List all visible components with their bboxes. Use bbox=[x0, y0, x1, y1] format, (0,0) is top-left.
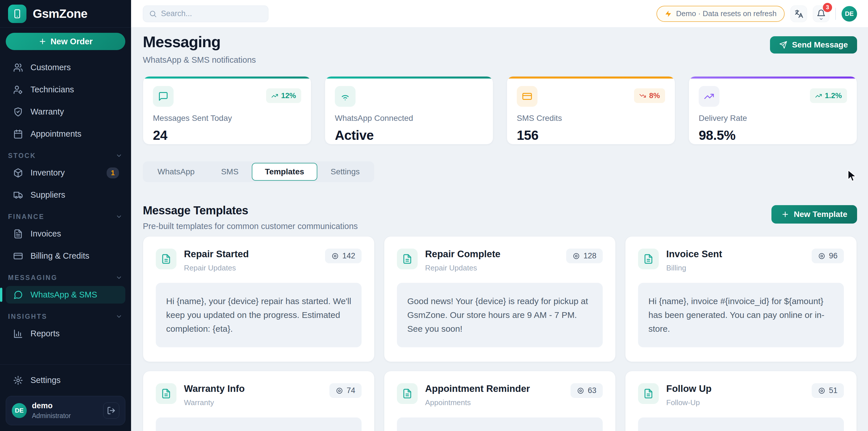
trend-badge: 1.2% bbox=[810, 88, 847, 103]
template-title: Follow Up bbox=[666, 383, 712, 394]
message-square-icon bbox=[153, 86, 174, 107]
sidebar-item-settings[interactable]: Settings bbox=[6, 371, 125, 389]
section-label: INSIGHTS bbox=[8, 313, 48, 320]
chevron-down-icon bbox=[116, 213, 122, 220]
brand-name: GsmZone bbox=[33, 7, 87, 21]
new-order-button[interactable]: New Order bbox=[6, 33, 125, 50]
sidebar-item-label: Suppliers bbox=[30, 190, 65, 200]
template-title: Repair Started bbox=[184, 249, 249, 260]
sidebar-section-messaging[interactable]: MESSAGING bbox=[6, 269, 125, 286]
template-category: Repair Updates bbox=[425, 263, 500, 272]
views-pill: 142 bbox=[325, 249, 362, 263]
new-template-label: New Template bbox=[794, 210, 847, 219]
trend-badge: 8% bbox=[634, 88, 665, 103]
trending-up-icon bbox=[271, 92, 278, 99]
demo-mode-badge: Demo · Data resets on refresh bbox=[656, 6, 785, 22]
template-body: Hi {name}, your {device} repair has star… bbox=[156, 283, 362, 347]
plus-icon bbox=[781, 210, 789, 219]
sidebar-section-stock[interactable]: STOCK bbox=[6, 147, 125, 164]
eye-icon bbox=[577, 387, 584, 395]
stat-card-sms-credits: 8% SMS Credits 156 used today bbox=[507, 76, 675, 144]
sidebar-item-appointments[interactable]: Appointments bbox=[6, 125, 125, 143]
template-card-repair-complete[interactable]: Repair Complete Repair Updates 128 Good … bbox=[384, 236, 616, 362]
tab-whatsapp[interactable]: WhatsApp bbox=[144, 163, 208, 181]
sidebar-item-label: Billing & Credits bbox=[30, 251, 89, 261]
file-text-icon bbox=[638, 383, 659, 404]
eye-icon bbox=[331, 252, 339, 260]
wifi-icon bbox=[335, 86, 355, 107]
chevron-down-icon bbox=[116, 313, 122, 320]
sidebar-item-suppliers[interactable]: Suppliers bbox=[6, 186, 125, 204]
users-icon bbox=[13, 63, 23, 73]
eye-icon bbox=[336, 387, 343, 395]
tab-settings[interactable]: Settings bbox=[317, 163, 373, 181]
tab-sms[interactable]: SMS bbox=[208, 163, 252, 181]
inventory-count-badge: 1 bbox=[106, 168, 119, 178]
sidebar-item-whatsapp-sms[interactable]: WhatsApp & SMS bbox=[6, 286, 125, 304]
sidebar-section-insights[interactable]: INSIGHTS bbox=[6, 308, 125, 325]
sidebar-item-reports[interactable]: Reports bbox=[6, 325, 125, 342]
sidebar-item-inventory[interactable]: Inventory 1 bbox=[6, 164, 125, 181]
file-text-icon bbox=[397, 383, 417, 404]
send-message-button[interactable]: Send Message bbox=[770, 36, 857, 54]
template-category: Repair Updates bbox=[184, 263, 249, 272]
translate-icon bbox=[794, 9, 804, 19]
sidebar-nav: Customers Technicians Warranty Appointme… bbox=[0, 53, 131, 364]
notifications-button[interactable]: 3 bbox=[813, 5, 830, 22]
logout-button[interactable] bbox=[103, 403, 119, 419]
template-category: Billing bbox=[666, 263, 722, 272]
truck-icon bbox=[13, 190, 23, 200]
template-card-appointment-reminder[interactable]: Appointment Reminder Appointments 63 Rem… bbox=[384, 371, 616, 431]
stat-card-delivery-rate: 1.2% Delivery Rate 98.5% vs last week bbox=[689, 76, 857, 144]
demo-badge-label: Demo · Data resets on refresh bbox=[676, 9, 777, 18]
gear-icon bbox=[13, 375, 23, 385]
box-icon bbox=[13, 168, 23, 178]
profile-avatar[interactable]: DE bbox=[842, 6, 857, 22]
sidebar-item-label: Warranty bbox=[30, 107, 64, 117]
sidebar-item-technicians[interactable]: Technicians bbox=[6, 81, 125, 98]
mouse-cursor bbox=[847, 170, 858, 182]
section-subtitle: Pre-built templates for common customer … bbox=[143, 222, 358, 231]
template-category: Warranty bbox=[184, 398, 245, 407]
new-template-button[interactable]: New Template bbox=[771, 205, 857, 224]
divider bbox=[835, 8, 836, 20]
sidebar-footer: Settings DE demo Administrator bbox=[0, 364, 131, 431]
card-accent bbox=[325, 77, 493, 79]
trend-value: 12% bbox=[281, 91, 296, 100]
template-card-warranty-info[interactable]: Warranty Info Warranty 74 Your repair co… bbox=[143, 371, 374, 431]
language-button[interactable] bbox=[790, 5, 807, 22]
stats-row: 12% Messages Sent Today 24 vs yesterday … bbox=[143, 76, 857, 144]
sidebar-section-finance[interactable]: FINANCE bbox=[6, 208, 125, 225]
template-card-invoice-sent[interactable]: Invoice Sent Billing 96 Hi {name}, invoi… bbox=[625, 236, 857, 362]
file-text-icon bbox=[156, 383, 177, 404]
template-card-follow-up[interactable]: Follow Up Follow-Up 51 Hi {name}, how is… bbox=[625, 371, 857, 431]
sidebar-item-label: Inventory bbox=[30, 168, 65, 177]
sidebar-item-billing[interactable]: Billing & Credits bbox=[6, 247, 125, 265]
sidebar-item-customers[interactable]: Customers bbox=[6, 59, 125, 76]
smartphone-icon bbox=[12, 9, 22, 19]
sidebar-item-label: Technicians bbox=[30, 85, 74, 94]
section-title: Message Templates bbox=[143, 204, 358, 217]
stat-value: 24 bbox=[153, 127, 301, 143]
template-card-repair-started[interactable]: Repair Started Repair Updates 142 Hi {na… bbox=[143, 236, 374, 362]
sidebar-item-label: Settings bbox=[30, 375, 61, 385]
trending-up-icon bbox=[699, 86, 719, 107]
eye-icon bbox=[572, 252, 580, 260]
file-text-icon bbox=[397, 249, 417, 269]
views-pill: 74 bbox=[330, 383, 362, 398]
sidebar-item-invoices[interactable]: Invoices bbox=[6, 225, 125, 242]
views-count: 96 bbox=[829, 252, 838, 260]
template-category: Follow-Up bbox=[666, 398, 712, 407]
plus-icon bbox=[38, 37, 46, 46]
chevron-down-icon bbox=[819, 17, 824, 21]
sidebar-item-label: Appointments bbox=[30, 129, 81, 139]
sidebar-item-warranty[interactable]: Warranty bbox=[6, 103, 125, 120]
send-icon bbox=[779, 41, 787, 49]
search-icon bbox=[149, 10, 157, 18]
trend-value: 8% bbox=[649, 91, 660, 100]
calendar-icon bbox=[13, 129, 23, 139]
tab-templates[interactable]: Templates bbox=[252, 163, 317, 181]
chevron-down-icon bbox=[116, 274, 122, 281]
section-label: MESSAGING bbox=[8, 274, 58, 282]
search-input[interactable] bbox=[161, 9, 256, 18]
